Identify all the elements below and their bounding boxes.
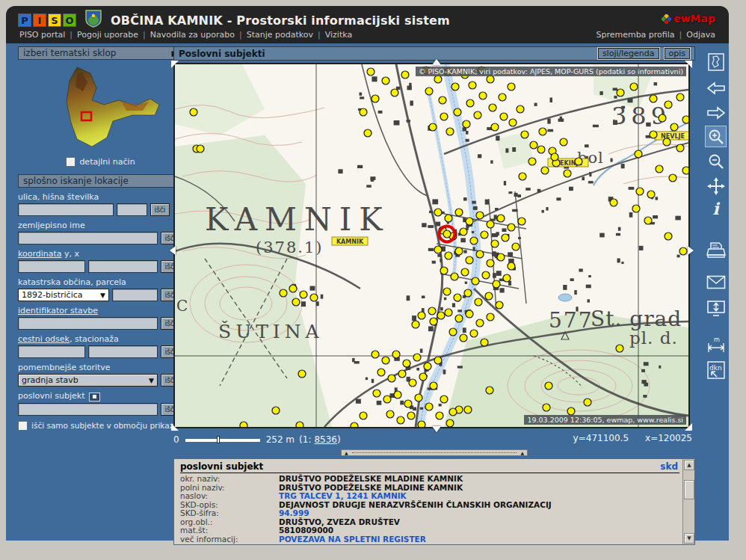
business-dot[interactable]: [409, 379, 416, 387]
building-id-link[interactable]: identifikator stavbe: [18, 306, 98, 316]
business-dot[interactable]: [455, 247, 463, 255]
business-dot[interactable]: [616, 345, 623, 352]
business-dot[interactable]: [491, 240, 499, 247]
print-button[interactable]: [705, 239, 727, 261]
business-dot[interactable]: [382, 357, 389, 364]
scrollbar-thumb[interactable]: [684, 480, 694, 499]
business-dot[interactable]: [518, 218, 525, 225]
municipality-overview-map[interactable]: [18, 60, 183, 154]
scroll-up-icon[interactable]: ▲: [684, 460, 694, 470]
panel-splitter[interactable]: ▲ ▲: [341, 449, 528, 456]
pan-west-arrow[interactable]: [170, 246, 176, 255]
business-dot[interactable]: [460, 228, 467, 236]
description-button[interactable]: opis: [665, 48, 691, 59]
business-dot[interactable]: [377, 369, 385, 376]
zoom-out-button[interactable]: [705, 150, 727, 172]
business-dot[interactable]: [508, 83, 515, 90]
business-dot[interactable]: [364, 129, 372, 137]
business-dot[interactable]: [476, 212, 484, 219]
coordinate-y-input[interactable]: [18, 260, 85, 273]
business-dot[interactable]: [300, 291, 307, 298]
business-dot[interactable]: [564, 170, 571, 177]
map-canvas[interactable]: KAMNIK(378.1)ŠUTINA389577St. gradpl. d.b…: [175, 64, 688, 427]
business-dot[interactable]: [481, 339, 488, 346]
info-button[interactable]: i: [705, 197, 727, 219]
detail-mode-checkbox[interactable]: [66, 157, 75, 167]
business-dot[interactable]: [455, 209, 463, 216]
business-dot[interactable]: [644, 217, 652, 224]
business-dot[interactable]: [425, 403, 433, 410]
business-dot[interactable]: [539, 128, 546, 135]
business-dot[interactable]: [545, 382, 552, 390]
pan-east-arrow[interactable]: [688, 246, 694, 255]
business-dot[interactable]: [394, 391, 401, 399]
business-dot[interactable]: [360, 108, 367, 116]
business-dot[interactable]: [537, 146, 545, 153]
scale-slider-thumb[interactable]: [217, 436, 220, 443]
business-dot[interactable]: [512, 243, 520, 250]
business-dot[interactable]: [476, 319, 484, 327]
business-dot[interactable]: [289, 285, 297, 292]
business-dot[interactable]: [451, 273, 458, 280]
business-dot[interactable]: [425, 87, 433, 95]
parcel-input[interactable]: [112, 289, 158, 301]
business-dot[interactable]: [392, 351, 400, 358]
business-dot[interactable]: [679, 247, 687, 255]
business-dot[interactable]: [635, 150, 642, 158]
theme-selector-header[interactable]: izberi tematski sklop ▶: [18, 46, 183, 60]
business-dot[interactable]: [197, 145, 204, 153]
business-dot[interactable]: [434, 209, 442, 216]
business-dot[interactable]: [517, 105, 524, 113]
business-dot[interactable]: [499, 93, 506, 101]
business-dot[interactable]: [351, 422, 358, 427]
business-dot[interactable]: [479, 92, 487, 99]
business-dot[interactable]: [489, 104, 496, 111]
business-dot[interactable]: [464, 289, 472, 297]
geographic-name-input[interactable]: [18, 232, 158, 244]
business-dot[interactable]: [398, 370, 406, 378]
business-dot[interactable]: [466, 256, 473, 264]
business-dot[interactable]: [428, 307, 436, 315]
services-select[interactable]: gradnja stavb▼: [18, 374, 158, 387]
business-dot[interactable]: [440, 396, 448, 403]
building-id-input[interactable]: [18, 317, 158, 330]
business-dot[interactable]: [508, 262, 515, 270]
business-dot[interactable]: [436, 412, 443, 419]
business-dot[interactable]: [663, 138, 671, 146]
cadastral-municipality-select[interactable]: 1892-bistričica▼: [18, 289, 109, 301]
business-dot[interactable]: [470, 237, 478, 244]
business-entity-options-button[interactable]: [89, 393, 100, 401]
business-dot[interactable]: [272, 407, 280, 414]
business-dot[interactable]: [372, 95, 379, 102]
business-dot[interactable]: [240, 422, 247, 427]
register-link[interactable]: POVEZAVA NA SPLETNI REGISTER: [279, 535, 426, 544]
menu-navodila[interactable]: Navodila za uporabo: [149, 30, 236, 41]
business-dot[interactable]: [560, 138, 567, 146]
business-entity-input[interactable]: [18, 403, 158, 416]
business-dot[interactable]: [659, 114, 666, 122]
search-street-button[interactable]: išči: [150, 203, 170, 216]
business-dot[interactable]: [449, 408, 457, 416]
business-dot[interactable]: [508, 224, 515, 231]
business-dot[interactable]: [296, 422, 303, 427]
business-dot[interactable]: [528, 158, 536, 165]
business-dot[interactable]: [466, 99, 474, 107]
business-dot[interactable]: [481, 231, 488, 239]
address-link[interactable]: TRG TALCEV 1, 1241 KAMNIK: [279, 492, 407, 501]
business-dot[interactable]: [298, 370, 306, 378]
road-section-link[interactable]: cestni odsek: [18, 334, 70, 344]
scroll-down-icon[interactable]: ▼: [684, 533, 694, 544]
business-dot[interactable]: [413, 354, 421, 361]
menu-sprememba-profila[interactable]: Sprememba profila: [594, 30, 676, 41]
business-dot[interactable]: [647, 191, 655, 198]
business-dot[interactable]: [446, 419, 454, 427]
export-view-button[interactable]: [705, 298, 727, 319]
business-dot[interactable]: [630, 83, 638, 90]
map-viewport[interactable]: © PISO-KAMNIK; viri podatkov: AJPES, MOP…: [173, 63, 690, 428]
business-dot[interactable]: [482, 271, 490, 279]
business-dot[interactable]: [401, 71, 409, 79]
business-dot[interactable]: [434, 357, 442, 364]
road-section-input[interactable]: [18, 345, 85, 358]
business-dot[interactable]: [671, 123, 678, 131]
mail-button[interactable]: [705, 271, 727, 293]
